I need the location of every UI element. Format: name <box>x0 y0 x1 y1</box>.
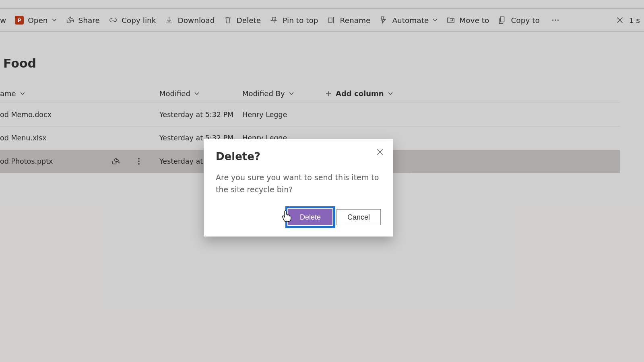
dialog-button-row: Delete Cancel <box>216 209 381 225</box>
dialog-delete-button[interactable]: Delete <box>288 209 332 225</box>
dialog-message: Are you sure you want to send this item … <box>216 171 381 195</box>
dialog-title: Delete? <box>216 150 381 162</box>
close-icon <box>376 148 384 156</box>
dialog-close-button[interactable] <box>374 146 386 158</box>
button-label: Delete <box>300 213 321 222</box>
button-label: Cancel <box>347 213 370 222</box>
delete-confirmation-dialog: Delete? Are you sure you want to send th… <box>204 139 393 237</box>
dialog-cancel-button[interactable]: Cancel <box>336 209 381 225</box>
